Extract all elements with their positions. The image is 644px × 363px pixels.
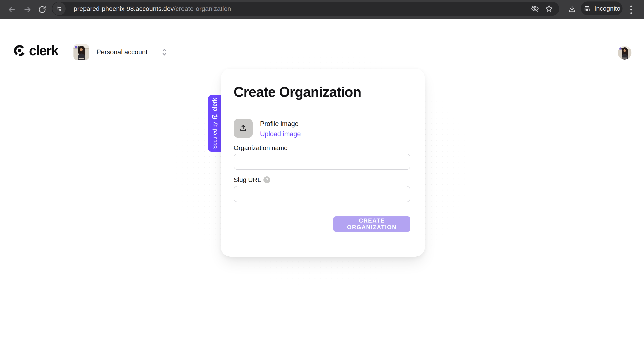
clerk-logo-icon: [13, 44, 26, 57]
page-header: clerk Personal account: [0, 19, 644, 53]
eye-off-icon[interactable]: [531, 4, 539, 13]
forward-button[interactable]: [20, 2, 34, 16]
help-icon[interactable]: ?: [264, 176, 270, 183]
organization-name-input[interactable]: [234, 154, 410, 170]
clerk-wordmark: clerk: [29, 44, 58, 57]
card-title: Create Organization: [234, 84, 361, 100]
create-organization-button[interactable]: CREATE ORGANIZATION: [333, 216, 410, 232]
secured-by-text: Secured by: [212, 122, 218, 149]
reload-button[interactable]: [35, 2, 49, 16]
organization-name-label: Organization name: [234, 144, 288, 151]
site-settings-icon: [55, 5, 62, 12]
secured-by-clerk-badge[interactable]: Secured by clerk: [208, 95, 221, 152]
forward-arrow-icon: [23, 5, 32, 14]
incognito-label: Incognito: [594, 5, 620, 12]
browser-menu-button[interactable]: [628, 3, 635, 16]
url-bar[interactable]: prepared-phoenix-98.accounts.dev/create-…: [52, 2, 559, 16]
upload-image-link[interactable]: Upload image: [260, 130, 301, 138]
create-organization-card: Create Organization Profile image Upload…: [221, 68, 425, 257]
chevron-up-down-icon: [162, 48, 167, 56]
account-switcher-label: Personal account: [96, 48, 148, 56]
slug-url-label-row: Slug URL ?: [234, 176, 270, 183]
account-avatar: [74, 44, 89, 60]
secured-by-clerk-content: Secured by clerk: [208, 95, 221, 152]
clerk-brand: clerk: [13, 44, 58, 57]
profile-image-label: Profile image: [260, 120, 298, 128]
back-button[interactable]: [5, 2, 19, 16]
slug-url-input[interactable]: [234, 186, 410, 202]
url-text[interactable]: prepared-phoenix-98.accounts.dev/create-…: [74, 5, 531, 12]
screen: prepared-phoenix-98.accounts.dev/create-…: [0, 0, 644, 363]
url-domain: prepared-phoenix-98.accounts.dev: [74, 5, 174, 12]
url-path: /create-organization: [174, 5, 231, 12]
download-button[interactable]: [566, 3, 578, 16]
download-icon: [568, 5, 576, 14]
reload-icon: [38, 5, 47, 14]
incognito-icon: [583, 4, 592, 13]
site-settings-button[interactable]: [52, 2, 66, 15]
slug-url-label: Slug URL: [234, 176, 261, 183]
clerk-logo-icon-white: [212, 113, 218, 120]
account-switcher[interactable]: Personal account: [74, 44, 167, 60]
back-arrow-icon: [7, 5, 16, 14]
browser-toolbar: prepared-phoenix-98.accounts.dev/create-…: [0, 0, 644, 19]
user-avatar[interactable]: [618, 46, 632, 59]
incognito-badge[interactable]: Incognito: [581, 1, 622, 15]
profile-image-upload-tile[interactable]: [234, 119, 253, 138]
secured-by-brand: clerk: [211, 98, 218, 111]
urlbar-actions: [531, 4, 553, 13]
bookmark-star-icon[interactable]: [545, 4, 553, 13]
upload-icon: [239, 124, 248, 133]
